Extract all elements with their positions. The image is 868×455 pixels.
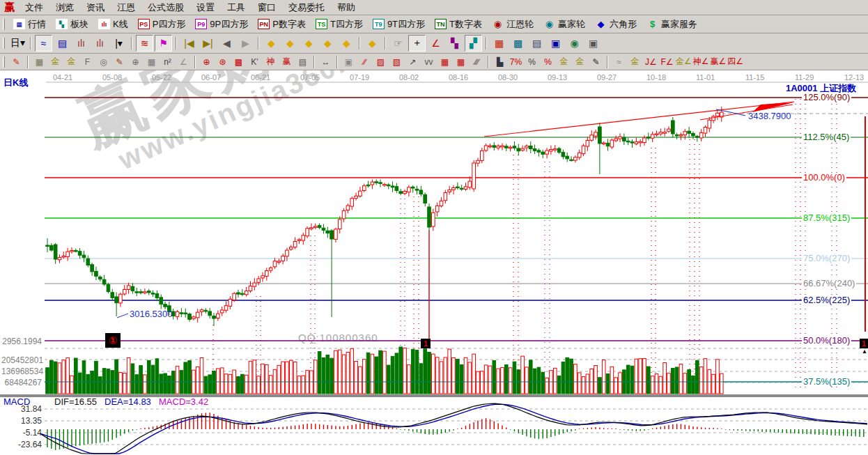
menu-item-资讯[interactable]: 资讯 [80, 0, 111, 15]
feature-9t-square-button[interactable]: T99T四方形 [368, 17, 430, 32]
menu-item-浏览[interactable]: 浏览 [49, 0, 80, 15]
grid-gold-2[interactable]: 金 [64, 55, 79, 69]
feature-winner-service-button[interactable]: $赢家服务 [642, 17, 702, 32]
chart9-tool[interactable]: ılı [91, 35, 109, 52]
crosshair-tool[interactable]: ＋ [408, 35, 426, 52]
menu-item-文件[interactable]: 文件 [19, 0, 49, 15]
info-list-tool[interactable]: ▤ [54, 35, 71, 52]
grid-2[interactable]: ▦ [144, 55, 159, 69]
feature-sectors-button[interactable]: ▚板块 [51, 17, 93, 32]
f-angle[interactable]: F∠ [660, 55, 674, 69]
calculator-tool[interactable]: ▩ [509, 35, 527, 52]
menu-item-江恩[interactable]: 江恩 [111, 0, 141, 15]
feature-t-number-table-button[interactable]: TNT数字表 [430, 17, 487, 32]
gann-compress[interactable]: ◆ [338, 35, 355, 52]
fan-box-2[interactable]: ▧ [389, 55, 404, 69]
feature-p-number-table-button[interactable]: PNP数字表 [253, 17, 311, 32]
grid-shen[interactable]: 神 [263, 55, 278, 69]
circle-angle[interactable]: ⊕ [128, 55, 143, 69]
v-lines[interactable]: vv [421, 55, 436, 69]
brush-tool[interactable]: ✎ [9, 55, 24, 69]
save-tool[interactable]: ▣ [547, 35, 564, 52]
grid-f[interactable]: F [80, 55, 95, 69]
feature-gann-wheel-button[interactable]: ◉江恩轮 [487, 17, 538, 32]
pen-ruler[interactable]: ✎ [112, 55, 127, 69]
gold-line[interactable]: 金 [573, 55, 587, 69]
feature-9p-square-button[interactable]: P99P四方形 [190, 17, 253, 32]
percent[interactable]: % [525, 55, 539, 69]
calendar-tool[interactable]: ▦ [490, 35, 508, 52]
candle-style-dropdown[interactable]: |▾ [110, 35, 127, 52]
angle-tool[interactable]: ∠ [427, 35, 444, 52]
n-square[interactable]: n² [160, 55, 175, 69]
menu-item-公式选股[interactable]: 公式选股 [141, 0, 190, 15]
k-quote[interactable]: K' [247, 55, 262, 69]
feature-t-square-button[interactable]: TST四方形 [311, 17, 368, 32]
feature-kline-button[interactable]: ılıK线 [93, 17, 133, 32]
red-grid[interactable]: ▦ [437, 55, 452, 69]
grid-ying[interactable]: 赢 [279, 55, 294, 69]
gold-box-line[interactable]: 金 [628, 55, 642, 69]
si-angle[interactable]: 四∠ [727, 55, 743, 69]
box-measure[interactable]: ▣ [341, 55, 356, 69]
fan-lines[interactable]: ∕∕ [357, 55, 372, 69]
menu-item-设置[interactable]: 设置 [190, 0, 221, 15]
angle-ruler[interactable]: ∠ [176, 55, 191, 69]
chart-marker: ① [105, 333, 121, 348]
t-number-table-label: T数字表 [449, 18, 482, 31]
export-tool[interactable]: ▣ [584, 35, 602, 52]
ying-angle[interactable]: 赢∠ [711, 55, 727, 69]
width-measure[interactable]: ↔ [318, 55, 333, 69]
nav-prev[interactable]: ◀ [218, 35, 235, 52]
hand-tool[interactable]: ☞ [389, 35, 407, 52]
circle-target[interactable]: ⊕ [199, 55, 214, 69]
feature-hexagon-button[interactable]: ◆六角形 [590, 17, 642, 32]
feature-quotes-button[interactable]: ▦行情 [8, 17, 51, 32]
menu-item-帮助[interactable]: 帮助 [331, 0, 362, 15]
flag-chart-tool[interactable]: ⚑ [155, 35, 172, 52]
feature-winner-wheel-button[interactable]: ◉赢家轮 [538, 17, 590, 32]
grid-gold-1[interactable]: 金 [48, 55, 63, 69]
price-bars[interactable]: ▙ [493, 55, 507, 69]
gann-east[interactable]: ◆ [281, 35, 299, 52]
period-day-dropdown[interactable]: 日▾ [9, 35, 26, 52]
percent-line[interactable]: % [541, 55, 555, 69]
toolbar-grip [3, 38, 5, 49]
nav-next[interactable]: ▶ [237, 35, 254, 52]
parallel-lines[interactable]: ∕∕∕ [470, 55, 484, 69]
gann-expand[interactable]: ◆ [364, 35, 381, 52]
star-target[interactable]: ⊛ [215, 55, 230, 69]
nav-first[interactable]: |◀ [180, 35, 198, 52]
feature-p-square-button[interactable]: PSP四方形 [133, 17, 191, 32]
trend-wave-tool[interactable]: ≈ [35, 35, 52, 52]
grid-plain[interactable]: ▦ [32, 55, 47, 69]
brain-tool[interactable]: ▞ [465, 35, 482, 52]
red-wave-tool[interactable]: ≋ [136, 35, 153, 52]
percent-7[interactable]: 7% [509, 55, 523, 69]
menu-item-工具[interactable]: 工具 [221, 0, 251, 15]
toolbar-separator [194, 56, 196, 68]
shen-angle[interactable]: 神∠ [693, 55, 709, 69]
gann-west[interactable]: ◆ [263, 35, 280, 52]
chart3-tool[interactable]: ılı [72, 35, 90, 52]
fan-box[interactable]: ▨ [373, 55, 388, 69]
menu-item-窗口[interactable]: 窗口 [251, 0, 282, 15]
j-angle[interactable]: J∠ [644, 55, 658, 69]
arrow-lines[interactable]: ↗ [405, 55, 420, 69]
gann-x[interactable]: ◆ [319, 35, 336, 52]
red-grid-box[interactable]: ▦ [454, 55, 468, 69]
puzzle-tool[interactable]: ▚ [446, 35, 463, 52]
ruler-123[interactable]: ▤ [295, 55, 310, 69]
wave-angle[interactable]: ≈ [612, 55, 626, 69]
ink-brush[interactable]: ✎ [589, 55, 603, 69]
web-tool[interactable]: ◉ [566, 35, 583, 52]
notes-tool[interactable]: ▤ [528, 35, 545, 52]
gold-circle[interactable]: 金 [557, 55, 571, 69]
spiral-tool[interactable]: ◎ [96, 55, 111, 69]
gann-cross[interactable]: ◆ [300, 35, 318, 52]
nav-last[interactable]: ▶| [199, 35, 217, 52]
menu-item-交易委托[interactable]: 交易委托 [282, 0, 331, 15]
toolbar-separator [607, 56, 608, 68]
gold-angle[interactable]: 金∠ [676, 55, 692, 69]
grid-target[interactable]: ▩ [231, 55, 246, 69]
